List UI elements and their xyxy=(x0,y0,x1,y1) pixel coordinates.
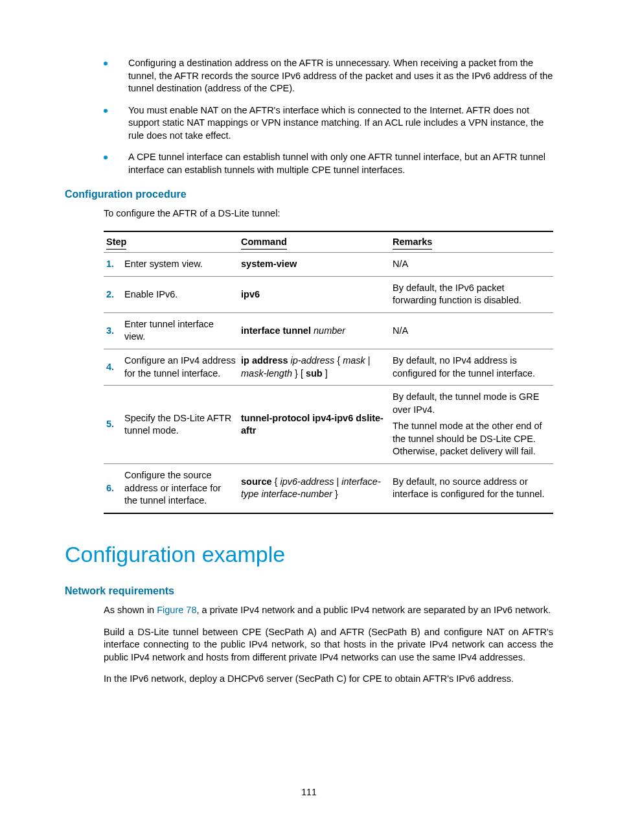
remarks-cell: By default, no IPv4 address is configure… xyxy=(390,349,553,386)
cmd-cell: source { ipv6-address | interface-type i… xyxy=(238,463,390,513)
step-num: 3. xyxy=(104,312,122,349)
cmd-cell: interface tunnel number xyxy=(238,312,390,349)
cmd-cell: system-view xyxy=(238,253,390,277)
table-row: 5. Specify the DS-Lite AFTR tunnel mode.… xyxy=(104,386,553,464)
bullet-list: Configuring a destination address on the… xyxy=(104,57,553,177)
step-desc: Configure an IPv4 address for the tunnel… xyxy=(122,349,238,386)
table-row: 1. Enter system view. system-view N/A xyxy=(104,253,553,277)
body-paragraph: Build a DS-Lite tunnel between CPE (SecP… xyxy=(104,626,553,664)
list-item: You must enable NAT on the AFTR's interf… xyxy=(104,104,553,143)
step-num: 5. xyxy=(104,386,122,464)
remarks-cell: N/A xyxy=(390,253,553,277)
body-paragraph: As shown in Figure 78, a private IPv4 ne… xyxy=(104,604,553,617)
step-num: 4. xyxy=(104,349,122,386)
figure-link[interactable]: Figure 78 xyxy=(157,605,196,615)
table-row: 3. Enter tunnel interface view. interfac… xyxy=(104,312,553,349)
step-desc: Enter tunnel interface view. xyxy=(122,312,238,349)
cmd-cell: tunnel-protocol ipv4-ipv6 dslite-aftr xyxy=(238,386,390,464)
list-item: Configuring a destination address on the… xyxy=(104,57,553,95)
step-desc: Configure the source address or interfac… xyxy=(122,463,238,513)
remarks-cell: By default, the IPv6 packet forwarding f… xyxy=(390,276,553,312)
page-number: 111 xyxy=(0,786,618,799)
col-header-remarks: Remarks xyxy=(390,231,553,253)
remarks-cell: By default, no source address or interfa… xyxy=(390,463,553,513)
step-num: 2. xyxy=(104,276,122,312)
heading-config-example: Configuration example xyxy=(65,540,553,570)
body-paragraph: In the IPv6 network, deploy a DHCPv6 ser… xyxy=(104,673,553,686)
step-num: 6. xyxy=(104,463,122,513)
remarks-cell: By default, the tunnel mode is GRE over … xyxy=(390,386,553,464)
col-header-command: Command xyxy=(238,231,390,253)
page-content: Configuring a destination address on the… xyxy=(0,0,618,686)
config-table: Step Command Remarks 1. Enter system vie… xyxy=(104,231,553,514)
table-row: 4. Configure an IPv4 address for the tun… xyxy=(104,349,553,386)
intro-text: To configure the AFTR of a DS-Lite tunne… xyxy=(104,207,553,220)
step-desc: Enable IPv6. xyxy=(122,276,238,312)
list-item: A CPE tunnel interface can establish tun… xyxy=(104,151,553,176)
step-num: 1. xyxy=(104,253,122,277)
step-desc: Specify the DS-Lite AFTR tunnel mode. xyxy=(122,386,238,464)
heading-network-req: Network requirements xyxy=(65,584,553,598)
table-row: 6. Configure the source address or inter… xyxy=(104,463,553,513)
remarks-cell: N/A xyxy=(390,312,553,349)
col-header-step: Step xyxy=(104,231,238,253)
step-desc: Enter system view. xyxy=(122,253,238,277)
table-row: 2. Enable IPv6. ipv6 By default, the IPv… xyxy=(104,276,553,312)
heading-config-procedure: Configuration procedure xyxy=(65,187,553,202)
cmd-cell: ipv6 xyxy=(238,276,390,312)
cmd-cell: ip address ip-address { mask | mask-leng… xyxy=(238,349,390,386)
